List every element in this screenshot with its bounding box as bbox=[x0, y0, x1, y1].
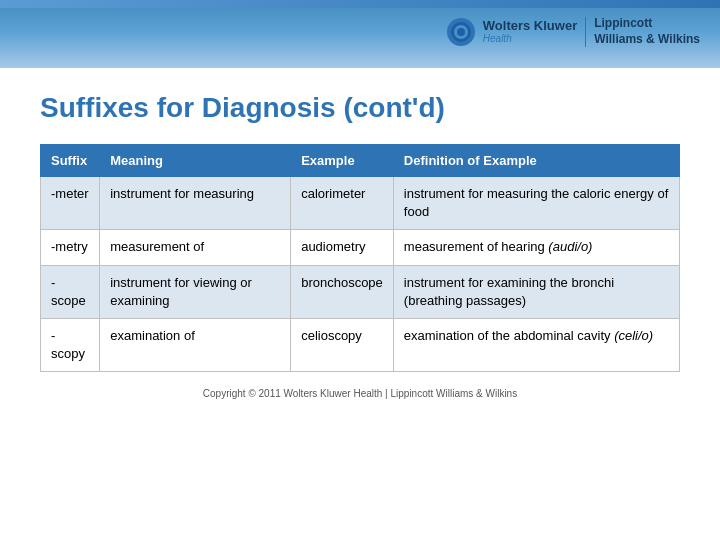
logo-right: Lippincott Williams & Wilkins bbox=[594, 16, 700, 47]
page-title: Suffixes for Diagnosis (cont'd) bbox=[40, 92, 680, 124]
top-bar bbox=[0, 0, 720, 8]
cell-suffix: -meter bbox=[41, 177, 100, 230]
cell-suffix: -metry bbox=[41, 230, 100, 265]
footer: Copyright © 2011 Wolters Kluwer Health |… bbox=[40, 388, 680, 399]
cell-meaning: measurement of bbox=[100, 230, 291, 265]
cell-example: audiometry bbox=[291, 230, 394, 265]
col-suffix: Suffix bbox=[41, 145, 100, 177]
table-body: -meterinstrument for measuringcalorimete… bbox=[41, 177, 680, 372]
cell-meaning: examination of bbox=[100, 318, 291, 371]
logo-area: Wolters Kluwer Health Lippincott William… bbox=[447, 16, 700, 47]
logo-divider bbox=[585, 17, 586, 47]
cell-example: bronchoscope bbox=[291, 265, 394, 318]
cell-example: celioscopy bbox=[291, 318, 394, 371]
cell-definition: instrument for examining the bronchi (br… bbox=[393, 265, 679, 318]
cell-suffix: -scope bbox=[41, 265, 100, 318]
suffixes-table: Suffix Meaning Example Definition of Exa… bbox=[40, 144, 680, 372]
cell-meaning: instrument for measuring bbox=[100, 177, 291, 230]
cell-suffix: -scopy bbox=[41, 318, 100, 371]
main-content: Suffixes for Diagnosis (cont'd) Suffix M… bbox=[0, 68, 720, 415]
col-example: Example bbox=[291, 145, 394, 177]
logo-icon bbox=[447, 18, 475, 46]
cell-meaning: instrument for viewing or examining bbox=[100, 265, 291, 318]
svg-point-2 bbox=[457, 28, 465, 36]
logo-right-line1: Lippincott bbox=[594, 16, 700, 32]
brand-sub: Health bbox=[483, 33, 577, 45]
cell-definition: measurement of hearing (audi/o) bbox=[393, 230, 679, 265]
table-header: Suffix Meaning Example Definition of Exa… bbox=[41, 145, 680, 177]
table-row: -metrymeasurement ofaudiometrymeasuremen… bbox=[41, 230, 680, 265]
logo-right-line2: Williams & Wilkins bbox=[594, 32, 700, 48]
table-row: -scopeinstrument for viewing or examinin… bbox=[41, 265, 680, 318]
header-band: Wolters Kluwer Health Lippincott William… bbox=[0, 8, 720, 68]
brand-name: Wolters Kluwer bbox=[483, 18, 577, 34]
header-row: Suffix Meaning Example Definition of Exa… bbox=[41, 145, 680, 177]
logo-text: Wolters Kluwer Health bbox=[483, 18, 577, 46]
footer-text: Copyright © 2011 Wolters Kluwer Health |… bbox=[203, 388, 517, 399]
cell-definition: examination of the abdominal cavity (cel… bbox=[393, 318, 679, 371]
table-row: -meterinstrument for measuringcalorimete… bbox=[41, 177, 680, 230]
cell-example: calorimeter bbox=[291, 177, 394, 230]
col-meaning: Meaning bbox=[100, 145, 291, 177]
col-definition: Definition of Example bbox=[393, 145, 679, 177]
cell-definition: instrument for measuring the caloric ene… bbox=[393, 177, 679, 230]
table-row: -scopyexamination ofcelioscopyexaminatio… bbox=[41, 318, 680, 371]
